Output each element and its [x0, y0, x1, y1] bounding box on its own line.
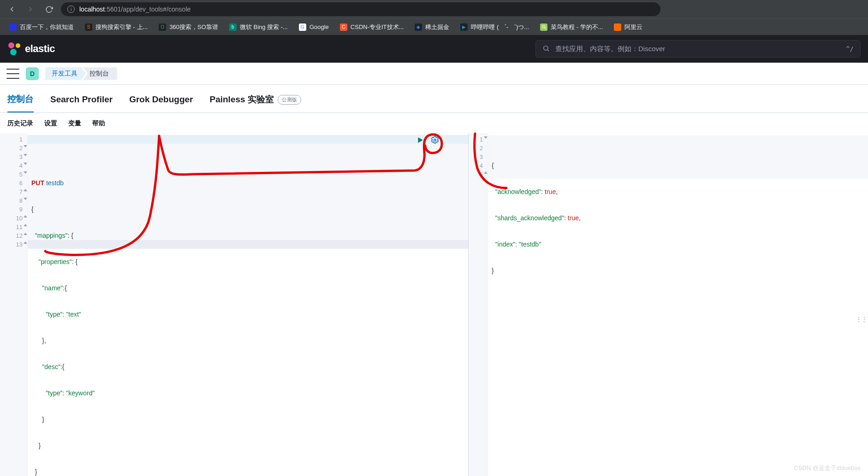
search-placeholder: 查找应用、内容等。例如：Discover [555, 45, 840, 53]
resize-handle[interactable]: ⋮⋮ [856, 315, 867, 324]
tab-painless-lab[interactable]: Painless 实验室公测版 [209, 94, 301, 112]
request-code[interactable]: PUT testdb { "mappings": { "properties":… [28, 133, 468, 476]
console-subtabs: 历史记录 设置 变量 帮助 [0, 113, 868, 133]
tab-search-profiler[interactable]: Search Profiler [50, 94, 113, 111]
subtab-help[interactable]: 帮助 [92, 119, 105, 128]
bookmark-bilibili[interactable]: ▶哔哩哔哩 ( ゜- ゜)つ... [457, 21, 533, 33]
response-editor[interactable]: 1 2 3 4 5 { "acknowledged": true, "shard… [469, 133, 868, 476]
bookmark-juejin[interactable]: ◆稀土掘金 [411, 21, 453, 33]
tab-console[interactable]: 控制台 [7, 93, 34, 112]
bookmark-csdn[interactable]: CCSDN-专业IT技术... [336, 21, 408, 33]
request-gutter: 1 2 3 4 5 6 7 8 9 10 11 12 13 [0, 133, 28, 476]
subtab-settings[interactable]: 设置 [44, 119, 57, 128]
url-bar[interactable]: i localhost:5601/app/dev_tools#/console [61, 2, 660, 16]
bookmark-runoob[interactable]: 鸟菜鸟教程 - 学的不... [536, 21, 606, 33]
browser-nav-bar: i localhost:5601/app/dev_tools#/console [0, 0, 868, 18]
bookmark-bing[interactable]: b微软 Bing 搜索 -... [226, 21, 291, 33]
crumb-dev-tools[interactable]: 开发工具 [45, 67, 86, 80]
subtab-variables[interactable]: 变量 [68, 119, 81, 128]
svg-point-1 [434, 139, 436, 141]
watermark: CSDN @蓝盒子itbluebox [794, 464, 861, 472]
app-tabs: 控制台 Search Profiler Grok Debugger Painle… [0, 85, 868, 113]
search-icon [542, 45, 550, 53]
bookmark-360[interactable]: O360搜索，SO靠谱 [155, 21, 221, 33]
bookmark-aliyun[interactable]: 阿里云 [610, 21, 646, 33]
bookmark-google[interactable]: GGoogle [295, 22, 333, 33]
elastic-logo-icon [7, 42, 20, 55]
url-text: localhost:5601/app/dev_tools#/console [79, 6, 190, 13]
console-split: 1 2 3 4 5 6 7 8 9 10 11 12 13 PUT testdb… [0, 133, 868, 476]
request-run-toolbar [415, 135, 440, 146]
reload-button[interactable] [42, 3, 55, 16]
global-search[interactable]: 查找应用、内容等。例如：Discover ^/ [535, 40, 861, 58]
space-badge[interactable]: D [26, 67, 39, 80]
bookmark-sogou[interactable]: S搜狗搜索引擎 - 上... [81, 21, 151, 33]
back-button[interactable] [6, 3, 18, 16]
search-shortcut: ^/ [846, 45, 854, 53]
breadcrumb: 开发工具 控制台 [45, 67, 117, 80]
request-editor[interactable]: 1 2 3 4 5 6 7 8 9 10 11 12 13 PUT testdb… [0, 133, 468, 476]
elastic-header: elastic 查找应用、内容等。例如：Discover ^/ [0, 35, 868, 63]
response-code: { "acknowledged": true, "shards_acknowle… [488, 133, 868, 476]
elastic-logo[interactable]: elastic [7, 42, 55, 55]
site-info-icon[interactable]: i [67, 6, 75, 13]
breadcrumb-header: D 开发工具 控制台 [0, 63, 868, 85]
bookmarks-bar: 百度一下，你就知道 S搜狗搜索引擎 - 上... O360搜索，SO靠谱 b微软… [0, 18, 868, 35]
response-gutter: 1 2 3 4 5 [469, 133, 488, 476]
nav-toggle-button[interactable] [6, 69, 19, 79]
request-pane: 1 2 3 4 5 6 7 8 9 10 11 12 13 PUT testdb… [0, 133, 469, 476]
elastic-wordmark: elastic [25, 43, 55, 55]
crumb-console: 控制台 [83, 67, 117, 80]
response-pane: 1 2 3 4 5 { "acknowledged": true, "shard… [469, 133, 868, 476]
tab-grok-debugger[interactable]: Grok Debugger [129, 94, 193, 111]
bookmark-baidu[interactable]: 百度一下，你就知道 [6, 21, 77, 33]
subtab-history[interactable]: 历史记录 [7, 119, 33, 128]
svg-point-0 [544, 46, 548, 50]
send-request-button[interactable] [415, 135, 426, 146]
request-options-button[interactable] [429, 135, 440, 146]
forward-button[interactable] [24, 3, 37, 16]
